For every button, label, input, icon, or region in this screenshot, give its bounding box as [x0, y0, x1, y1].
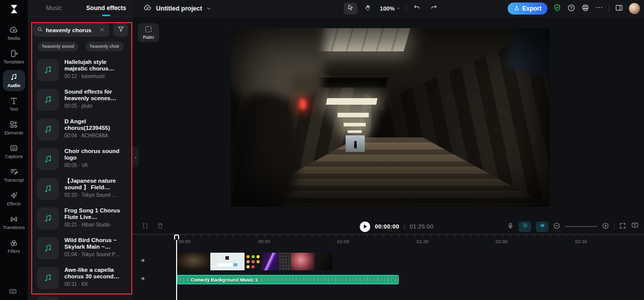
- redo-button[interactable]: [427, 3, 441, 15]
- export-button[interactable]: Export: [508, 3, 547, 15]
- chip-heavenly-sound[interactable]: heavenly sound: [38, 42, 78, 51]
- search-input[interactable]: [46, 27, 97, 33]
- main-area: Untitled project 100%: [132, 0, 644, 300]
- sidebar-item-filters[interactable]: Filters: [3, 236, 25, 257]
- ceiling-light-2: [326, 98, 377, 105]
- user-avatar[interactable]: [629, 3, 640, 14]
- split-clip-icon[interactable]: [141, 222, 149, 232]
- timeline-ruler[interactable]: 00:00 00:30 01:00 01:30 02:00 02:30: [132, 234, 644, 247]
- audio-result-text: Frog Song 1 Chorus Flute Live… 00:21 · H…: [64, 207, 130, 230]
- sidebar-item-label: Audio: [8, 83, 21, 88]
- sidebar-item-transcript[interactable]: Transcript: [3, 165, 25, 186]
- chip-heavenly-choir[interactable]: heavenly choir: [86, 42, 124, 51]
- audio-title: Awe-like a capella chorus 30 second…: [64, 267, 130, 280]
- tab-sound-effects[interactable]: Sound effects: [80, 0, 132, 16]
- panel-collapse-handle[interactable]: ‹: [132, 147, 139, 167]
- undo-icon: [413, 4, 421, 14]
- audio-title: Hallelujah style majestic chorus…: [64, 59, 130, 72]
- audio-result-item[interactable]: D Angel chorus(1239455) 00:04 · ACHROMIA: [37, 118, 132, 140]
- more-options-icon[interactable]: [595, 4, 603, 14]
- clear-search-icon[interactable]: [99, 26, 105, 35]
- play-button[interactable]: [360, 221, 370, 232]
- topbar-divider: [609, 5, 609, 12]
- current-time: 00:00:00: [375, 223, 399, 230]
- video-track-mute-button[interactable]: [139, 257, 148, 266]
- hand-tool-button[interactable]: [361, 3, 374, 15]
- voiceover-mic-icon[interactable]: [507, 222, 514, 232]
- printer-icon[interactable]: [581, 4, 590, 14]
- display-quality-icon[interactable]: [631, 221, 639, 232]
- capcut-logo[interactable]: [8, 4, 21, 17]
- audio-title: D Angel chorus(1239455): [64, 118, 130, 131]
- undo-button[interactable]: [410, 3, 424, 15]
- player-divider: [614, 223, 614, 230]
- delete-clip-icon[interactable]: [156, 222, 164, 232]
- audio-result-item[interactable]: Awe-like a capella chorus 30 second… 00:…: [37, 267, 132, 289]
- magnet-snap-button[interactable]: [519, 221, 531, 232]
- audio-result-text: Wild Bird Chorus ~ Skylark Main ~… 01:04…: [64, 237, 130, 259]
- search-icon: [37, 26, 43, 35]
- fullscreen-icon[interactable]: [619, 222, 626, 232]
- audio-result-partial[interactable]: [37, 296, 132, 300]
- cursor-icon: [347, 4, 354, 13]
- audio-result-text: Sound effects for heavenly scenes… 00:05…: [64, 89, 130, 111]
- audio-meta: 00:12 · kasemusic: [64, 73, 130, 79]
- filter-button[interactable]: [113, 23, 128, 37]
- ratio-button[interactable]: Ratio: [138, 23, 159, 42]
- project-title-group[interactable]: Untitled project: [143, 0, 211, 17]
- timeline-zoom-out-icon[interactable]: [553, 222, 560, 232]
- canvas-zoom-control[interactable]: 100%: [378, 6, 403, 12]
- audio-result-item[interactable]: 【Japanese nature sound 】 Field… 02:20 · …: [37, 178, 132, 200]
- tunnel-left-wall: [231, 28, 371, 207]
- sound-results-list: Hallelujah style majestic chorus… 00:12 …: [37, 59, 132, 300]
- sidebar-item-text[interactable]: Text: [3, 94, 25, 115]
- audio-track-mute-button[interactable]: [139, 275, 148, 284]
- chip-heavenly-partial[interactable]: heavenly: [131, 42, 131, 51]
- sidebar-item-media[interactable]: Media: [3, 23, 25, 44]
- filter-funnel-icon: [117, 25, 125, 35]
- audio-clip[interactable]: Comedy Background Music 1: [177, 275, 399, 284]
- audio-thumbnail: [37, 148, 59, 170]
- select-tool-button[interactable]: [344, 3, 357, 15]
- video-clip[interactable]: [177, 253, 333, 270]
- audio-thumbnail: [37, 178, 59, 200]
- sidebar-item-captions[interactable]: Captions: [3, 141, 25, 162]
- audio-result-item[interactable]: Hallelujah style majestic chorus… 00:12 …: [37, 59, 132, 81]
- help-icon[interactable]: [567, 4, 576, 14]
- audio-result-item[interactable]: Sound effects for heavenly scenes… 00:05…: [37, 89, 132, 111]
- timeline-zoom-in-icon[interactable]: [602, 222, 609, 232]
- playhead[interactable]: [176, 235, 177, 300]
- tunnel-floor-shadows: [231, 137, 550, 207]
- sidebar-item-audio[interactable]: Audio: [3, 70, 25, 91]
- layout-toggle-icon[interactable]: [615, 4, 623, 14]
- sidebar-item-transitions[interactable]: Transitions: [3, 212, 25, 233]
- chevron-down-icon[interactable]: [206, 4, 211, 13]
- search-box[interactable]: [33, 23, 109, 37]
- sidebar-item-effects[interactable]: Effects: [3, 188, 25, 209]
- total-duration: 01:25:00: [410, 223, 433, 230]
- topbar-right: Export: [508, 0, 640, 17]
- video-thumb-emoji-grid: [245, 253, 262, 270]
- audio-thumbnail: [37, 207, 59, 230]
- capcut-app: Media Templates Audio Text Elements Capt…: [0, 0, 644, 300]
- video-preview[interactable]: [231, 28, 550, 207]
- red-light-glow: [299, 99, 306, 110]
- ceiling-light-3: [338, 113, 369, 117]
- suggestion-chips: heavenly sound heavenly choir heavenly: [38, 42, 131, 51]
- audio-result-item[interactable]: Wild Bird Chorus ~ Skylark Main ~… 01:04…: [37, 237, 132, 259]
- shortcuts-keyboard-icon[interactable]: [9, 287, 17, 297]
- shield-check-icon[interactable]: [553, 4, 561, 14]
- mirror-split-button[interactable]: [536, 221, 548, 232]
- runner-arm: [290, 74, 323, 96]
- tab-music[interactable]: Music: [28, 0, 80, 16]
- ceiling-light-main: [287, 28, 410, 51]
- sidebar-item-templates[interactable]: Templates: [3, 46, 25, 67]
- sidebar-item-elements[interactable]: Elements: [3, 117, 25, 138]
- canvas-tools: 100%: [344, 0, 441, 17]
- ceiling-vent: [314, 78, 388, 88]
- timeline-zoom-slider[interactable]: [565, 226, 597, 227]
- ceiling-light-4: [344, 123, 366, 126]
- video-thumb-capcut-page: [210, 253, 245, 270]
- audio-result-item[interactable]: Frog Song 1 Chorus Flute Live… 00:21 · H…: [37, 207, 132, 230]
- audio-result-item[interactable]: Choir chorus sound logo 00:05 · VK: [37, 148, 132, 170]
